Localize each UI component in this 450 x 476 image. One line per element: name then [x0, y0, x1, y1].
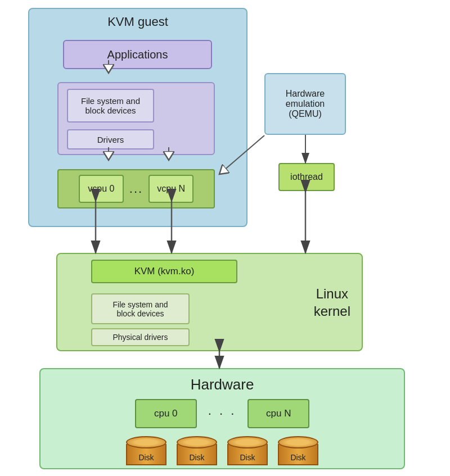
kernel-fs-label: File system and block devices [112, 300, 168, 318]
iothread-label: iothread [290, 172, 323, 182]
cpu-row: cpu 0 · · · cpu N [40, 399, 404, 428]
disk4-label: Disk [278, 453, 318, 462]
kvm-guest-title: KVM guest [29, 15, 246, 29]
hardware-box: Hardware cpu 0 · · · cpu N Disk Disk [39, 368, 405, 469]
cpun-box: cpu N [248, 399, 309, 428]
cpu0-box: cpu 0 [135, 399, 197, 428]
hw-emulation-label: Hardware emulation (QEMU) [286, 89, 325, 119]
disk3-label: Disk [227, 453, 268, 462]
guest-filesystem-label: File system and block devices [81, 96, 140, 115]
inner-purple-box: File system and block devices Drivers [57, 82, 215, 155]
kvm-ko-label: KVM (kvm.ko) [134, 266, 195, 277]
applications-box: Applications [63, 40, 212, 69]
disk-row: Disk Disk Disk Disk [40, 436, 404, 465]
phys-drivers-label: Physical drivers [112, 333, 168, 342]
disk4-top [278, 436, 318, 448]
disk2-top [177, 436, 217, 448]
guest-drivers-label: Drivers [97, 135, 124, 144]
cpun-label: cpu N [266, 408, 291, 419]
guest-filesystem-box: File system and block devices [67, 89, 154, 123]
disk3-top [227, 436, 268, 448]
disk1-label: Disk [126, 453, 166, 462]
disk4: Disk [278, 436, 318, 465]
phys-drivers-box: Physical drivers [91, 328, 190, 346]
vcpu-container: vcpu 0 ... vcpu N [57, 169, 215, 208]
disk2-label: Disk [177, 453, 217, 462]
disk2: Disk [177, 436, 217, 465]
vcpu0-box: vcpu 0 [79, 175, 124, 203]
linux-kernel-title: Linux kernel [314, 284, 350, 319]
iothread-box: iothread [278, 163, 335, 191]
kvm-ko-box: KVM (kvm.ko) [91, 260, 237, 283]
kernel-fs-box: File system and block devices [91, 293, 190, 324]
disk1-top [126, 436, 166, 448]
hardware-title: Hardware [40, 376, 404, 393]
guest-drivers-box: Drivers [67, 129, 154, 149]
diagram: KVM guest Applications File system and b… [0, 0, 450, 476]
vcpun-box: vcpu N [148, 175, 194, 203]
cpu-dots: · · · [208, 406, 237, 421]
vcpu0-label: vcpu 0 [88, 184, 114, 194]
disk3: Disk [227, 436, 268, 465]
hw-emulation-box: Hardware emulation (QEMU) [264, 73, 346, 135]
vcpun-label: vcpu N [157, 184, 185, 194]
cpu0-label: cpu 0 [154, 408, 178, 419]
kvm-guest-box: KVM guest Applications File system and b… [28, 8, 248, 227]
disk1: Disk [126, 436, 166, 465]
vcpu-dots: ... [129, 182, 143, 196]
linux-kernel-box: Linux kernel KVM (kvm.ko) File system an… [56, 253, 363, 351]
applications-label: Applications [107, 48, 168, 61]
